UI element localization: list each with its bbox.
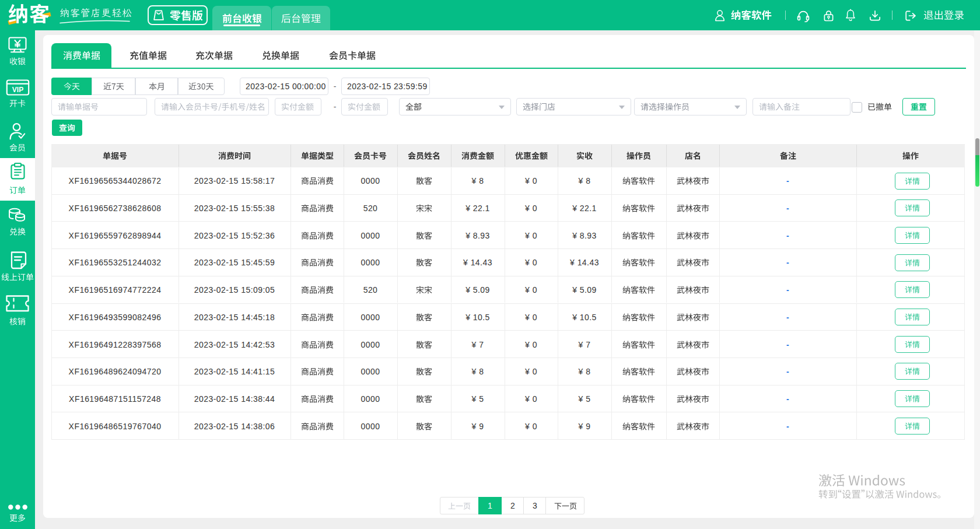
svg-text:VIP: VIP xyxy=(12,86,23,94)
